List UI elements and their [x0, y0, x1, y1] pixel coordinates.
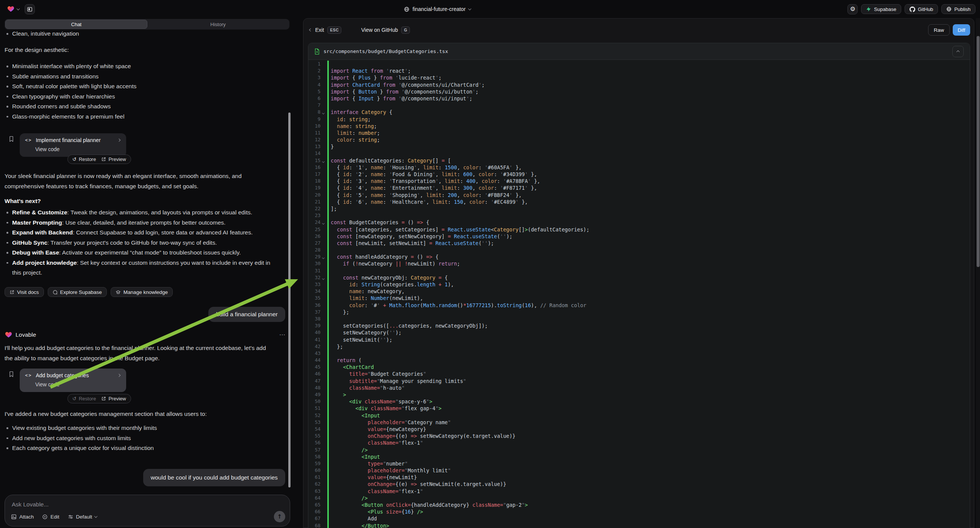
page-scrollbar-thumb[interactable]	[977, 36, 980, 267]
attach-button[interactable]: Attach	[11, 514, 34, 520]
code-line: 39 setCategories([...categories, newCate…	[309, 322, 970, 329]
chat-history-tabs: Chat History	[5, 19, 290, 30]
code-line: 40 setNewCategory('');	[309, 329, 970, 336]
fold-gutter	[320, 199, 326, 205]
code-text: >	[326, 391, 346, 398]
view-code-link[interactable]: View code	[35, 382, 121, 388]
code-viewer-panel: Exit ESC View on GitHub G Raw Diff src/c…	[303, 18, 974, 528]
file-header[interactable]: src/components/budget/BudgetCategories.t…	[309, 43, 970, 60]
composer-input[interactable]: Ask Lovable...	[12, 501, 283, 508]
line-number: 12	[309, 136, 320, 143]
exit-button[interactable]: Exit ESC	[310, 27, 341, 34]
more-options-button[interactable]: ⋯	[279, 331, 286, 338]
line-number: 48	[309, 385, 320, 391]
line-number: 1	[309, 60, 320, 67]
line-number: 59	[309, 460, 320, 467]
fold-gutter	[320, 460, 326, 467]
line-number: 19	[309, 184, 320, 191]
line-number: 10	[309, 123, 320, 130]
assistant-header: Lovable ⋯	[5, 331, 286, 338]
logo-menu-chevron-icon[interactable]	[17, 7, 20, 10]
list-item: Rounded corners and subtle shadows	[5, 102, 279, 112]
code-text: placeholder="Monthly limit"	[326, 467, 451, 474]
line-number: 68	[309, 522, 320, 528]
code-text: placeholder="Category name"	[326, 419, 451, 426]
view-on-github-button[interactable]: View on GitHub G	[361, 27, 410, 34]
code-line: 59 type="number"	[309, 460, 970, 467]
list-item: View existing budget categories with the…	[5, 423, 279, 433]
lovable-logo[interactable]	[8, 6, 14, 12]
send-button[interactable]: ↑	[274, 511, 285, 522]
fold-gutter	[320, 226, 326, 233]
code-text: return (	[326, 357, 361, 364]
line-number: 39	[309, 322, 320, 329]
diff-toggle-button[interactable]: Diff	[953, 24, 970, 36]
fold-chevron-icon[interactable]	[320, 219, 326, 226]
line-number: 35	[309, 295, 320, 302]
code-text: <Input	[326, 412, 380, 419]
line-number: 40	[309, 329, 320, 336]
file-path: src/components/budget/BudgetCategories.t…	[323, 48, 448, 54]
added-paragraph: I've added a new budget categories manag…	[5, 409, 270, 419]
toggle-sidebar-button[interactable]	[25, 4, 35, 14]
publish-button[interactable]: Publish	[941, 4, 975, 14]
page-scrollbar[interactable]	[976, 18, 980, 528]
tab-chat[interactable]: Chat	[5, 20, 147, 29]
project-name: financial-future-creator	[412, 6, 466, 12]
external-link-icon	[101, 396, 106, 401]
restore-button[interactable]: ↺ Restore	[72, 156, 96, 162]
github-button[interactable]: GitHub	[905, 4, 938, 14]
code-line: 34 name: newCategory,	[309, 288, 970, 295]
code-line: 13}	[309, 143, 970, 150]
preview-button[interactable]: Preview	[101, 156, 126, 162]
line-number: 21	[309, 199, 320, 205]
design-list-continued: Clean, intuitive navigation	[5, 29, 279, 39]
visit-docs-button[interactable]: Visit docs	[5, 287, 44, 297]
code-text: setNewLimit('');	[326, 336, 393, 343]
fold-gutter	[320, 184, 326, 191]
supabase-button[interactable]: Supabase	[861, 4, 901, 14]
line-number: 29	[309, 253, 320, 260]
code-line: 48 className="h-auto"	[309, 385, 970, 391]
send-arrow-icon: ↑	[277, 513, 282, 520]
code-line: 17 { id: '2', name: 'Food & Dining', lim…	[309, 171, 970, 178]
fold-chevron-icon[interactable]	[320, 157, 326, 164]
project-switcher[interactable]: financial-future-creator	[404, 0, 471, 18]
code-line: 38	[309, 315, 970, 322]
model-select[interactable]: Default	[68, 514, 97, 520]
version-card-add-budget-categories[interactable]: <> Add budget categories View code	[20, 369, 126, 392]
chat-panel: Chat History Clean, intuitive navigation…	[0, 18, 294, 528]
fold-chevron-icon[interactable]	[320, 253, 326, 260]
restore-button[interactable]: ↺ Restore	[72, 396, 96, 401]
preview-button[interactable]: Preview	[101, 396, 126, 401]
settings-button[interactable]: ⚙	[847, 4, 858, 14]
code-text	[326, 102, 331, 109]
fold-gutter	[320, 488, 326, 495]
publish-globe-icon	[946, 6, 951, 12]
fold-gutter	[320, 378, 326, 385]
bookmark-icon[interactable]	[8, 135, 14, 142]
code-line: 58 <Input	[309, 453, 970, 460]
version-card-implement-financial-planner[interactable]: <> Implement financial planner View code	[20, 133, 126, 157]
chat-scrollbar[interactable]	[288, 113, 291, 487]
view-code-link[interactable]: View code	[35, 146, 121, 152]
raw-toggle-button[interactable]: Raw	[928, 24, 950, 36]
tab-history[interactable]: History	[147, 20, 289, 29]
bookmark-icon[interactable]	[8, 371, 14, 378]
edit-button[interactable]: Edit	[42, 514, 59, 520]
fold-gutter	[320, 315, 326, 322]
code-text: ];	[326, 205, 337, 212]
manage-knowledge-button[interactable]: Manage knowledge	[111, 287, 173, 297]
composer[interactable]: Ask Lovable... Attach Edit	[5, 495, 290, 526]
fold-chevron-icon[interactable]	[320, 274, 326, 281]
line-number: 4	[309, 81, 320, 88]
collapse-file-button[interactable]	[952, 46, 964, 57]
fold-chevron-icon[interactable]	[320, 109, 326, 116]
code-text: />	[326, 447, 368, 453]
code-text	[326, 247, 331, 253]
fold-gutter	[320, 329, 326, 336]
fold-gutter	[320, 88, 326, 95]
explore-supabase-button[interactable]: Explore Supabase	[48, 287, 107, 297]
fold-gutter	[320, 240, 326, 247]
line-number: 28	[309, 247, 320, 253]
